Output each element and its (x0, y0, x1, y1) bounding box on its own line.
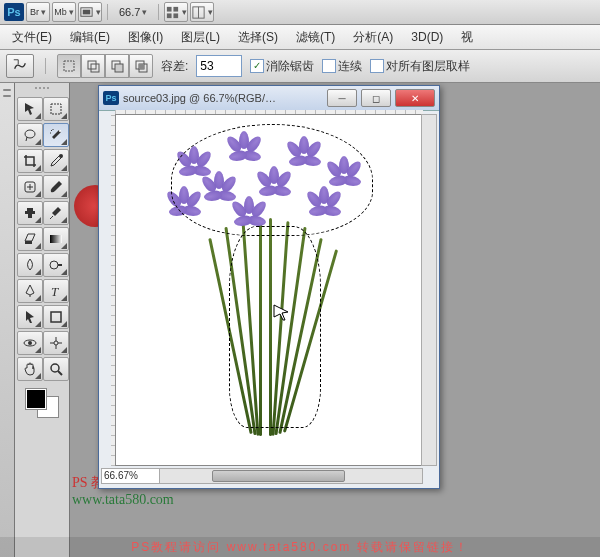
svg-rect-21 (50, 235, 62, 243)
sample-all-label: 对所有图层取样 (386, 59, 470, 73)
bridge-button[interactable]: Br (26, 2, 50, 22)
blur-tool[interactable] (17, 253, 43, 277)
view-extras-button[interactable] (164, 2, 188, 22)
svg-rect-4 (167, 13, 172, 18)
gradient-tool[interactable] (43, 227, 69, 251)
minibridge-button[interactable]: Mb (52, 2, 76, 22)
foreground-color-swatch[interactable] (26, 389, 46, 409)
arrange-documents-button[interactable] (190, 2, 214, 22)
svg-rect-3 (174, 6, 179, 11)
tolerance-input[interactable] (196, 55, 242, 77)
menu-file[interactable]: 文件(E) (6, 27, 58, 48)
marquee-tool[interactable] (43, 97, 69, 121)
menu-3d[interactable]: 3D(D) (405, 28, 449, 46)
zoom-tool[interactable] (43, 357, 69, 381)
svg-point-18 (59, 130, 61, 132)
svg-text:T: T (51, 284, 59, 299)
hand-tool[interactable] (17, 357, 43, 381)
canvas-area: 他地新你 PS 教程网 www.tata580.com Ps source03.… (70, 83, 600, 557)
selection-mode-group (57, 54, 153, 78)
menu-analysis[interactable]: 分析(A) (347, 27, 399, 48)
separator (107, 4, 108, 20)
menu-layer[interactable]: 图层(L) (175, 27, 226, 48)
shape-tool[interactable] (43, 305, 69, 329)
contiguous-option[interactable]: 连续 (322, 58, 362, 75)
svg-rect-1 (83, 9, 91, 14)
menu-view[interactable]: 视 (455, 27, 479, 48)
lasso-tool[interactable] (17, 123, 43, 147)
zoom-percentage-input[interactable]: 66.67% (101, 468, 163, 484)
selection-intersect-button[interactable] (129, 54, 153, 78)
svg-rect-16 (51, 104, 61, 114)
document-title: source03.jpg @ 66.7%(RGB/… (123, 92, 323, 104)
svg-point-17 (25, 130, 35, 138)
svg-point-22 (50, 261, 58, 269)
toolbox-drag-handle[interactable] (18, 87, 66, 93)
menu-select[interactable]: 选择(S) (232, 27, 284, 48)
3d-camera-tool[interactable] (43, 331, 69, 355)
horizontal-scrollbar[interactable] (159, 468, 423, 484)
svg-point-27 (54, 341, 58, 345)
current-tool-icon[interactable] (6, 54, 34, 78)
antialias-option[interactable]: 消除锯齿 (250, 58, 314, 75)
svg-rect-10 (91, 64, 99, 72)
svg-point-28 (51, 364, 59, 372)
svg-rect-24 (51, 312, 61, 322)
document-canvas[interactable] (115, 114, 423, 466)
brush-tool[interactable] (43, 175, 69, 199)
contiguous-checkbox[interactable] (322, 59, 336, 73)
antialias-checkbox[interactable] (250, 59, 264, 73)
menu-filter[interactable]: 滤镜(T) (290, 27, 341, 48)
selection-subtract-button[interactable] (105, 54, 129, 78)
watermark-url-text: www.tata580.com (72, 492, 174, 507)
zoom-level-display[interactable]: 66.7 (119, 6, 147, 18)
toolbox-panel: T (15, 83, 70, 557)
eyedropper-tool[interactable] (43, 149, 69, 173)
separator (158, 4, 159, 20)
svg-rect-12 (115, 64, 123, 72)
dodge-tool[interactable] (43, 253, 69, 277)
sample-all-option[interactable]: 对所有图层取样 (370, 58, 470, 75)
svg-rect-5 (174, 13, 179, 18)
svg-rect-2 (167, 6, 172, 11)
svg-point-19 (59, 154, 63, 158)
healing-brush-tool[interactable] (17, 175, 43, 199)
selection-add-button[interactable] (81, 54, 105, 78)
pen-tool[interactable] (17, 279, 43, 303)
screen-mode-button[interactable] (78, 2, 102, 22)
minimize-button[interactable]: ─ (327, 89, 357, 107)
menu-edit[interactable]: 编辑(E) (64, 27, 116, 48)
tolerance-label: 容差: (161, 58, 188, 75)
svg-point-26 (28, 341, 32, 345)
antialias-label: 消除锯齿 (266, 59, 314, 73)
move-tool[interactable] (17, 97, 43, 121)
document-window: Ps source03.jpg @ 66.7%(RGB/… ─ ◻ ✕ (98, 85, 440, 489)
panel-collapse-column[interactable] (0, 83, 15, 557)
type-tool[interactable]: T (43, 279, 69, 303)
close-button[interactable]: ✕ (395, 89, 435, 107)
separator (45, 58, 46, 74)
vertical-scrollbar[interactable] (421, 114, 437, 466)
magic-wand-tool[interactable] (43, 123, 69, 147)
menu-image[interactable]: 图像(I) (122, 27, 169, 48)
clone-stamp-tool[interactable] (17, 201, 43, 225)
document-titlebar[interactable]: Ps source03.jpg @ 66.7%(RGB/… ─ ◻ ✕ (99, 86, 439, 111)
scrollbar-thumb[interactable] (212, 470, 345, 482)
3d-rotate-tool[interactable] (17, 331, 43, 355)
tool-options-bar: 容差: 消除锯齿 连续 对所有图层取样 (0, 50, 600, 83)
color-swatches[interactable] (24, 387, 60, 419)
contiguous-label: 连续 (338, 59, 362, 73)
crop-tool[interactable] (17, 149, 43, 173)
svg-rect-8 (64, 61, 74, 71)
eraser-tool[interactable] (17, 227, 43, 251)
app-topbar: Ps Br Mb 66.7 (0, 0, 600, 25)
zoom-value: 66.7 (119, 6, 140, 18)
document-ps-icon: Ps (103, 91, 119, 105)
maximize-button[interactable]: ◻ (361, 89, 391, 107)
history-brush-tool[interactable] (43, 201, 69, 225)
canvas-image-content (149, 116, 389, 436)
workspace: T 他地新你 PS 教程网 www.tata580.com Ps s (0, 83, 600, 557)
path-selection-tool[interactable] (17, 305, 43, 329)
sample-all-checkbox[interactable] (370, 59, 384, 73)
selection-new-button[interactable] (57, 54, 81, 78)
